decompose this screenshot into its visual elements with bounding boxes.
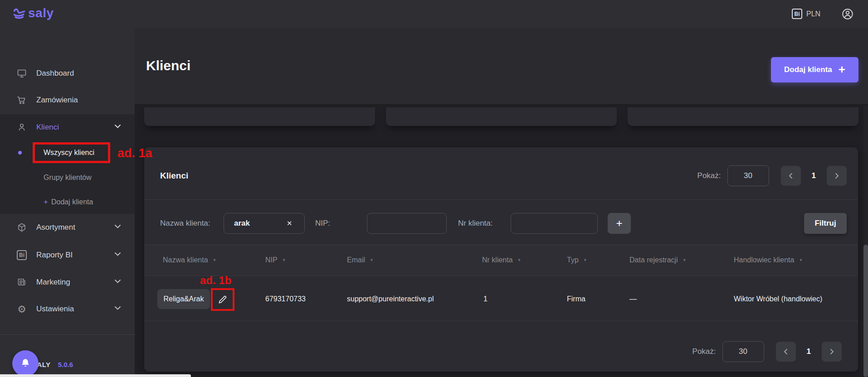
panel-title: Klienci [160, 171, 188, 181]
add-client-button-label: Dodaj klienta [784, 65, 832, 74]
column-header-nip[interactable]: NIP▼ [265, 256, 286, 264]
stat-card-partial-2 [386, 107, 617, 126]
page-size-select[interactable]: 30 [722, 341, 764, 362]
registration-date-cell: — [629, 295, 637, 303]
chevron-down-icon [114, 124, 121, 129]
add-filter-button[interactable]: + [608, 213, 631, 234]
filter-submit-button[interactable]: Filtruj [804, 213, 847, 234]
current-page-number: 1 [807, 347, 811, 356]
next-page-button[interactable] [827, 166, 847, 186]
nip-cell: 6793170733 [265, 295, 306, 303]
bi-icon: Bi [16, 250, 27, 261]
sidebar-subitem-label: Grupy klientów [44, 174, 92, 182]
show-label: Pokaż: [697, 171, 721, 180]
cube-icon [16, 222, 27, 233]
sidebar-item-label: Raporty BI [36, 251, 73, 260]
plus-icon: + [839, 65, 845, 74]
bell-icon [20, 358, 31, 369]
add-client-button[interactable]: Dodaj klienta + [771, 57, 858, 82]
app-version-number: 5.0.6 [58, 361, 73, 368]
sidebar-item-marketing[interactable]: Marketing [0, 271, 135, 293]
chevron-down-icon [114, 306, 121, 310]
sidebar-item-zamowienia[interactable]: Zamówienia [0, 89, 135, 111]
plus-icon: + [44, 198, 48, 206]
sidebar-item-ustawienia[interactable]: ⚙ Ustawienia [0, 298, 135, 320]
client-no-filter-input[interactable] [511, 213, 598, 234]
page-header: Klienci Dodaj klienta + [135, 28, 868, 105]
stat-card-partial-1 [144, 107, 375, 126]
column-header-handlowiec[interactable]: Handlowiec klienta▼ [734, 256, 803, 264]
client-name-filter-label: Nazwa klienta: [160, 219, 210, 228]
prev-page-button[interactable] [776, 342, 796, 362]
top-pagination: Pokaż: 30 1 [697, 165, 847, 186]
stat-card-partial-3 [628, 107, 858, 126]
sidebar-subitem-dodaj-klienta[interactable]: +Dodaj klienta [0, 191, 135, 213]
sidebar-item-dashboard[interactable]: Dashboard [0, 63, 135, 84]
client-name-filter-input[interactable] [224, 213, 305, 234]
sidebar: Dashboard Zamówienia Klienci Wszyscy kli… [0, 28, 135, 377]
nip-filter-label: NIP: [315, 219, 330, 228]
column-header-nazwa-klienta[interactable]: Nazwa klienta▼ [163, 256, 217, 264]
person-icon [16, 122, 27, 133]
cart-icon [16, 95, 27, 106]
column-header-email[interactable]: Email▼ [347, 256, 374, 264]
table-header-row: Nazwa klienta▼ NIP▼ Email▼ Nr klienta▼ T… [144, 245, 858, 276]
sidebar-item-label: Klienci [36, 123, 59, 132]
annotation-box-1a [33, 142, 110, 163]
clients-panel: Klienci Pokaż: 30 1 Nazwa klienta: ✕ NIP… [144, 147, 858, 372]
active-bullet-icon [18, 151, 22, 155]
sidebar-item-label: Zamówienia [36, 96, 78, 105]
nip-filter-input[interactable] [367, 213, 447, 234]
bottom-pagination: Pokaż: 30 1 [692, 341, 842, 362]
user-menu-icon[interactable] [841, 8, 854, 20]
sidebar-item-raporty-bi[interactable]: Bi Raporty BI [0, 244, 135, 266]
sidebar-item-label: Dashboard [36, 69, 74, 78]
chevron-down-icon [114, 224, 121, 229]
sort-icon: ▼ [583, 258, 587, 262]
prev-page-button[interactable] [781, 166, 801, 186]
email-cell: support@pureinteractive.pl [347, 295, 434, 303]
page-title: Klienci [146, 58, 190, 73]
sidebar-item-asortyment[interactable]: Asortyment [0, 217, 135, 238]
chevron-down-icon [114, 279, 121, 284]
news-icon [16, 277, 27, 288]
sort-icon: ▼ [517, 258, 522, 262]
logo-cart-icon [13, 7, 26, 19]
sidebar-item-label: Ustawienia [36, 304, 74, 314]
clear-filter-icon[interactable]: ✕ [287, 219, 293, 227]
chevron-down-icon [114, 252, 121, 256]
scrollbar-thumb[interactable] [863, 245, 868, 377]
current-page-number: 1 [812, 171, 816, 180]
sidebar-footer-divider [0, 334, 135, 335]
client-name-cell[interactable]: Religa&Arak [157, 289, 210, 309]
currency-selector[interactable]: Bi PLN [792, 9, 820, 19]
type-cell: Firma [567, 295, 585, 303]
column-header-typ[interactable]: Typ▼ [567, 256, 587, 264]
edit-client-button[interactable] [211, 288, 234, 311]
top-bar: saly Bi PLN [0, 0, 868, 28]
sidebar-item-klienci[interactable]: Klienci [0, 116, 135, 138]
filters-row: Nazwa klienta: ✕ NIP: Nr klienta: + Filt… [144, 199, 858, 245]
panel-divider [144, 321, 858, 321]
sidebar-item-label: Marketing [36, 278, 70, 287]
show-label: Pokaż: [692, 347, 716, 356]
pencil-icon [217, 294, 228, 305]
sort-icon: ▼ [370, 258, 374, 262]
annotation-label-1b: ad. 1b [200, 274, 231, 287]
currency-code: PLN [806, 10, 820, 18]
sort-icon: ▼ [683, 258, 687, 262]
sort-icon: ▼ [799, 258, 803, 262]
app-logo[interactable]: saly [13, 6, 54, 20]
monitor-icon [16, 68, 27, 79]
column-header-data-rejestracji[interactable]: Data rejestracji▼ [629, 256, 687, 264]
client-no-filter-label: Nr klienta: [458, 219, 493, 228]
sort-icon: ▼ [213, 258, 217, 262]
sidebar-subitem-grupy-klientow[interactable]: Grupy klientów [0, 167, 135, 188]
sidebar-subitem-label: +Dodaj klienta [44, 198, 93, 207]
sidebar-item-label: Asortyment [36, 223, 75, 232]
next-page-button[interactable] [822, 342, 842, 362]
notifications-bell-button[interactable] [12, 350, 39, 377]
bottom-edge-bar [0, 374, 191, 377]
column-header-nr-klienta[interactable]: Nr klienta▼ [482, 256, 522, 264]
page-size-select[interactable]: 30 [727, 165, 769, 186]
